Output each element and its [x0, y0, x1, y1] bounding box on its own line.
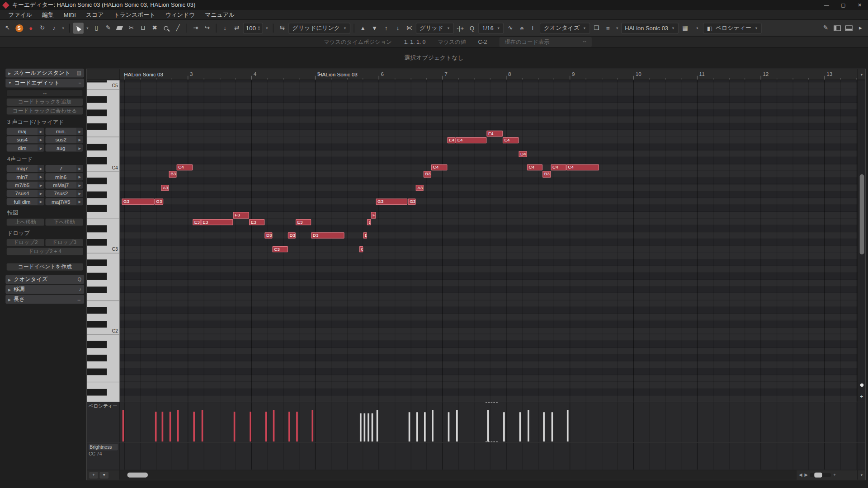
velocity-bar[interactable]: [177, 410, 179, 441]
velocity-bar[interactable]: [432, 410, 434, 441]
piano-key-black[interactable]: [87, 157, 107, 164]
piano-key-black[interactable]: [87, 286, 107, 293]
velocity-bar[interactable]: [448, 412, 450, 441]
midi-note-C3[interactable]: C3: [359, 246, 363, 253]
midi-note-C4[interactable]: C4: [551, 164, 566, 171]
midi-note-C3[interactable]: C3: [272, 246, 288, 253]
velocity-bar[interactable]: [416, 412, 418, 441]
velocity-bar[interactable]: [288, 412, 290, 441]
audition-button[interactable]: ♪: [49, 23, 59, 33]
chord-button-min.[interactable]: min.▶: [45, 128, 83, 135]
audition-dropdown-arrow[interactable]: ▼: [61, 26, 65, 29]
midi-note-D4[interactable]: D4: [519, 151, 527, 157]
midi-note-F3[interactable]: F3: [371, 212, 376, 218]
quantize-snap-button[interactable]: Q: [467, 23, 477, 33]
panel-scale-assistant[interactable]: ▶ スケールアシスタント ▤: [5, 69, 84, 78]
velocity-bar[interactable]: [273, 410, 275, 441]
velocity-bar[interactable]: [155, 412, 157, 441]
mute-tool-button[interactable]: ✖: [150, 23, 160, 33]
piano-key-black[interactable]: [87, 239, 107, 246]
length-quantize-dropdown[interactable]: グリッドにリンク ▼: [288, 23, 350, 33]
velocity-bar[interactable]: [552, 412, 553, 441]
piano-key-black[interactable]: [87, 178, 107, 184]
midi-note-E3[interactable]: E3: [193, 219, 201, 225]
drop2-button[interactable]: ドロップ2: [7, 239, 44, 246]
piano-key-black[interactable]: [87, 321, 107, 328]
quantize-preset-dropdown[interactable]: 1/16 ▼: [478, 23, 504, 33]
midi-note-G3[interactable]: G3: [408, 198, 415, 205]
line-tool-button[interactable]: ╱: [173, 23, 183, 33]
velocity-bar[interactable]: [202, 410, 203, 441]
chord-button-full dim[interactable]: full dim▶: [7, 198, 44, 205]
midi-note-A3[interactable]: A3: [161, 185, 169, 191]
menu-ファイル[interactable]: ファイル: [3, 11, 37, 19]
horizontal-zoom-thumb[interactable]: [815, 473, 822, 478]
timeline-ruler[interactable]: 345678910111213HALion Sonic 03HALion Son…: [120, 69, 858, 80]
chord-expand-icon[interactable]: ▶: [76, 198, 83, 205]
controller-lane-label[interactable]: Brightness CC 74: [87, 443, 120, 470]
velocity-bar[interactable]: [456, 410, 458, 441]
move-down-button[interactable]: ↓: [392, 23, 403, 33]
piano-key-black[interactable]: [87, 273, 107, 280]
velocity-bar[interactable]: [162, 412, 164, 441]
range-tool-button[interactable]: ▯: [91, 23, 102, 33]
panel-chord-edit[interactable]: ▼ コードエディット ≡: [5, 79, 84, 88]
show-left-zone-button[interactable]: [832, 23, 842, 33]
velocity-lane-label[interactable]: ベロシティー: [87, 402, 120, 442]
velocity-bar[interactable]: [519, 412, 521, 441]
piano-key-black[interactable]: [87, 96, 107, 103]
add-lane-button[interactable]: +: [89, 472, 98, 479]
chord-button-sus4[interactable]: sus4▶: [7, 136, 44, 143]
panel-quantize[interactable]: ▶ クオンタイズ Q: [5, 275, 84, 284]
erase-tool-button[interactable]: [114, 23, 125, 33]
chord-expand-icon[interactable]: ▶: [76, 136, 83, 143]
record-button[interactable]: ●: [25, 23, 36, 33]
chord-expand-icon[interactable]: ▶: [76, 165, 83, 172]
chord-expand-icon[interactable]: ▶: [76, 190, 83, 197]
minimize-button[interactable]: —: [818, 0, 835, 10]
piano-key-black[interactable]: [87, 368, 107, 375]
chord-button-m7/b5[interactable]: m7/b5▶: [7, 182, 44, 189]
velocity-bar[interactable]: [567, 410, 569, 441]
midi-note-E4[interactable]: E4: [503, 137, 519, 144]
midi-note-C4[interactable]: C4: [177, 164, 193, 171]
scroll-right-button[interactable]: ▶: [804, 473, 808, 478]
chord-expand-icon[interactable]: ▶: [38, 182, 44, 189]
split-tool-button[interactable]: ✂: [126, 23, 137, 33]
chord-button-mMaj7[interactable]: mMaj7▶: [45, 182, 83, 189]
lane-preset-button[interactable]: ▼: [99, 472, 108, 479]
cycle-button[interactable]: ↻: [37, 23, 47, 33]
midi-note-E3[interactable]: E3: [249, 219, 264, 225]
chord-button-min6[interactable]: min6▶: [45, 173, 83, 180]
chord-expand-icon[interactable]: ▶: [38, 165, 44, 172]
piano-key-black[interactable]: [87, 225, 107, 232]
vertical-scrollbar[interactable]: +: [858, 80, 865, 402]
solo-editor-pin-button[interactable]: ↖: [2, 23, 13, 33]
midi-note-B3[interactable]: B3: [169, 171, 176, 178]
velocity-lane-body[interactable]: [120, 402, 858, 442]
chord-expand-icon[interactable]: ▶: [38, 145, 44, 152]
menu-編集[interactable]: 編集: [37, 11, 59, 19]
chord-button-maj7/#5[interactable]: maj7/#5▶: [45, 198, 83, 205]
midi-note-B3[interactable]: B3: [424, 171, 431, 178]
zoom-in-button[interactable]: +: [833, 473, 836, 478]
velocity-bar[interactable]: [424, 412, 426, 441]
velocity-bar[interactable]: [123, 410, 124, 441]
velocity-bar[interactable]: [372, 413, 373, 441]
midi-note-E3[interactable]: E3: [201, 219, 233, 225]
grid-overlay-button[interactable]: ▦: [680, 23, 690, 33]
autoscroll-button[interactable]: ⇥: [190, 23, 201, 33]
vertical-zoom-in-button[interactable]: +: [858, 394, 865, 399]
midi-note-C4[interactable]: C4: [527, 164, 542, 171]
panel-length[interactable]: ▶ 長さ ↔: [5, 295, 84, 304]
velocity-bar[interactable]: [265, 412, 267, 441]
velocity-bar[interactable]: [487, 410, 489, 441]
horizontal-scrollbar[interactable]: [120, 470, 797, 480]
velocity-bar[interactable]: [360, 413, 362, 441]
velocity-bar[interactable]: [528, 410, 529, 441]
midi-note-A3[interactable]: A3: [416, 185, 424, 191]
velocity-bar[interactable]: [234, 412, 236, 441]
piano-key-black[interactable]: [87, 123, 107, 130]
chord-button-sus2[interactable]: sus2▶: [45, 136, 83, 143]
iterative-quantize-button[interactable]: ∿: [505, 23, 515, 33]
